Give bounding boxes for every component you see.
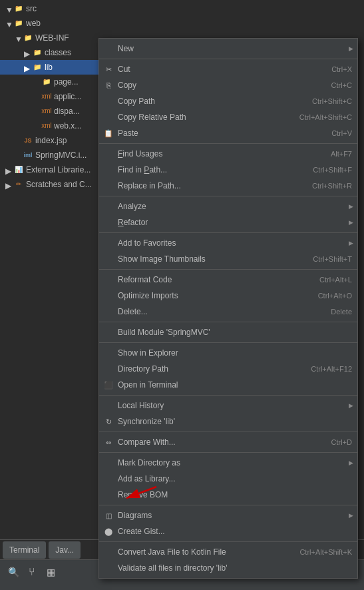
copy-icon: ⎘ [103, 80, 114, 91]
scratch-icon: ✏ [13, 179, 24, 190]
separator-12 [99, 541, 357, 542]
menu-item-add-library[interactable]: Add as Library... [99, 471, 357, 487]
menu-item-convert-java[interactable]: Convert Java File to Kotlin File Ctrl+Al… [99, 544, 357, 560]
menu-item-copy-path[interactable]: Copy Path Ctrl+Shift+C [99, 93, 357, 109]
menu-item-directory-path[interactable]: Directory Path Ctrl+Alt+F12 [99, 361, 357, 377]
sidebar-item-label: index.jsp [35, 136, 67, 145]
sidebar-item-dispa[interactable]: xml dispa... [0, 104, 103, 119]
separator-6 [99, 322, 357, 322]
sidebar-item-label: web [26, 19, 41, 28]
menu-item-cut[interactable]: ✂ Cut Ctrl+X [99, 61, 357, 77]
git-branch-button[interactable]: ⑂ [23, 563, 41, 581]
folder-icon-classes: 📁 [32, 47, 43, 58]
xml-icon-webx: xml [41, 121, 52, 131]
menu-item-find-in-path[interactable]: Find in Path... Ctrl+Shift+F [99, 162, 357, 178]
menu-item-open-terminal[interactable]: ⬛ Open in Terminal [99, 377, 357, 393]
sidebar-item-webx[interactable]: xml web.x... [0, 119, 103, 133]
shortcut-reformat: Ctrl+Alt+L [319, 276, 352, 284]
shortcut-copy: Ctrl+C [331, 81, 352, 89]
menu-label-reformat: Reformat Code [118, 275, 306, 284]
git-icon: ⑂ [29, 566, 35, 578]
expand-arrow-lib: ▶ [24, 64, 31, 71]
menu-label-add-library: Add as Library... [118, 474, 352, 483]
java-tab[interactable]: Jav... [49, 541, 81, 559]
menu-label-compare-with: Compare With... [118, 438, 318, 447]
sidebar-item-label: WEB-INF [35, 33, 69, 43]
menu-label-validate-all: Validate all files in directory 'lib' [118, 563, 352, 573]
menu-item-reformat[interactable]: Reformat Code Ctrl+Alt+L [99, 272, 357, 288]
menu-item-create-gist[interactable]: ⬤ Create Gist... [99, 523, 357, 539]
shortcut-paste: Ctrl+V [331, 129, 352, 137]
menu-label-paste: Paste [118, 129, 318, 138]
sidebar-item-webinf[interactable]: ▼ 📁 WEB-INF [0, 31, 103, 45]
sidebar-item-src[interactable]: ▼ 📁 src [0, 1, 103, 16]
menu-item-refactor[interactable]: Refactor [99, 214, 357, 230]
menu-label-open-terminal: Open in Terminal [118, 380, 352, 390]
folder-icon-webinf: 📁 [23, 33, 33, 43]
sidebar-item-label: src [26, 4, 37, 13]
search-button[interactable]: 🔍 [4, 563, 23, 581]
sidebar-item-label: classes [45, 48, 71, 57]
search-icon: 🔍 [8, 567, 19, 577]
menu-item-diagrams[interactable]: ◫ Diagrams [99, 507, 357, 523]
menu-label-copy: Copy [118, 81, 318, 90]
spacer-webx [33, 123, 40, 129]
menu-item-validate-all[interactable]: Validate all files in directory 'lib' [99, 560, 357, 576]
menu-item-analyze[interactable]: Analyze [99, 198, 357, 214]
menu-label-delete: Delete... [118, 307, 317, 316]
jsp-icon: JS [23, 135, 33, 146]
menu-item-optimize-imports[interactable]: Optimize Imports Ctrl+Alt+O [99, 288, 357, 304]
sidebar-item-label: web.x... [54, 121, 81, 131]
menu-label-diagrams: Diagrams [118, 511, 352, 520]
paste-icon: 📋 [103, 128, 114, 139]
menu-item-new[interactable]: New [99, 41, 357, 57]
menu-item-find-usages[interactable]: Find Usages Alt+F7 [99, 146, 357, 162]
expand-arrow-extlib: ▶ [5, 166, 12, 173]
sidebar-item-scratches[interactable]: ▶ ✏ Scratches and C... [0, 177, 103, 192]
layout-button[interactable]: ▦ [41, 563, 60, 581]
menu-item-paste[interactable]: 📋 Paste Ctrl+V [99, 125, 357, 141]
menu-label-synchronize: Synchronize 'lib' [118, 417, 352, 426]
expand-arrow-scratches: ▶ [5, 181, 12, 188]
menu-item-replace-in-path[interactable]: Replace in Path... Ctrl+Shift+R [99, 178, 357, 194]
sidebar-item-label: SpringMVC.i... [35, 150, 87, 160]
menu-item-show-explorer[interactable]: Show in Explorer [99, 345, 357, 361]
menu-item-build-module[interactable]: Build Module 'SpringMVC' [99, 324, 357, 340]
sidebar-item-pages[interactable]: 📁 page... [0, 75, 103, 89]
sidebar-item-springmvc[interactable]: iml SpringMVC.i... [0, 148, 103, 162]
menu-item-mark-directory[interactable]: Mark Directory as [99, 455, 357, 471]
separator-5 [99, 269, 357, 270]
menu-label-cut: Cut [118, 65, 318, 74]
menu-item-local-history[interactable]: Local History [99, 398, 357, 414]
shortcut-replace-in-path: Ctrl+Shift+R [312, 182, 352, 190]
sidebar-item-web[interactable]: ▼ 📁 web [0, 16, 103, 31]
terminal-tab-label: Terminal [9, 545, 39, 555]
menu-item-synchronize[interactable]: ↻ Synchronize 'lib' [99, 414, 357, 430]
scissors-icon: ✂ [103, 64, 114, 75]
menu-item-show-thumbnails[interactable]: Show Image Thumbnails Ctrl+Shift+T [99, 251, 357, 267]
layout-icon: ▦ [47, 567, 55, 577]
menu-item-remove-bom[interactable]: Remove BOM [99, 487, 357, 503]
menu-item-add-favorites[interactable]: Add to Favorites [99, 235, 357, 251]
sidebar-item-label: applic... [54, 92, 81, 101]
menu-item-copy-relative-path[interactable]: Copy Relative Path Ctrl+Alt+Shift+C [99, 109, 357, 125]
menu-label-replace-in-path: Replace in Path... [118, 181, 299, 190]
folder-icon-web: 📁 [13, 18, 24, 29]
shortcut-find-in-path: Ctrl+Shift+F [313, 166, 352, 174]
sidebar-item-classes[interactable]: ▶ 📁 classes [0, 45, 103, 60]
menu-label-local-history: Local History [118, 401, 352, 410]
xml-icon-applic: xml [41, 91, 52, 102]
sidebar-item-lib[interactable]: ▶ 📁 lib [0, 60, 103, 75]
sidebar-item-indexjsp[interactable]: JS index.jsp [0, 133, 103, 148]
sidebar-item-applic[interactable]: xml applic... [0, 89, 103, 104]
menu-item-compare-with[interactable]: ⇔ Compare With... Ctrl+D [99, 434, 357, 450]
sidebar-item-extlib[interactable]: ▶ 📊 External Librarie... [0, 162, 103, 177]
shortcut-show-thumbnails: Ctrl+Shift+T [313, 255, 352, 263]
terminal-tab[interactable]: Terminal [3, 541, 46, 559]
java-icon: iml [23, 150, 33, 160]
shortcut-directory-path: Ctrl+Alt+F12 [311, 365, 352, 373]
separator-2 [99, 143, 357, 144]
menu-item-delete[interactable]: Delete... Delete [99, 304, 357, 320]
menu-item-copy[interactable]: ⎘ Copy Ctrl+C [99, 77, 357, 93]
shortcut-copy-relative: Ctrl+Alt+Shift+C [299, 113, 352, 121]
